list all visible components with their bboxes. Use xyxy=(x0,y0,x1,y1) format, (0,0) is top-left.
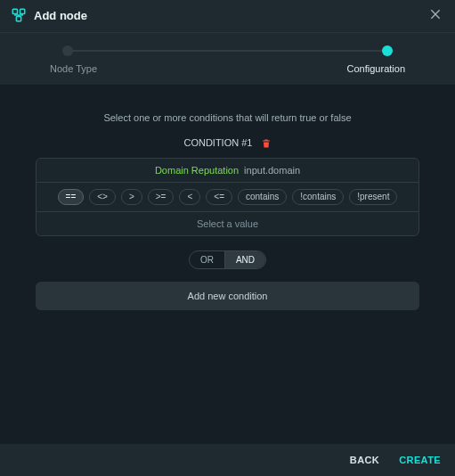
add-new-condition-label: Add new condition xyxy=(188,291,268,301)
close-icon[interactable] xyxy=(428,7,444,23)
step-label-node-type[interactable]: Node Type xyxy=(50,63,97,74)
operator-chip[interactable]: contains xyxy=(238,189,287,205)
joiner-and-button[interactable]: AND xyxy=(224,251,265,268)
condition-value-row[interactable]: Select a value xyxy=(37,212,418,235)
joiner-row: ORAND xyxy=(36,250,419,269)
stepper: Node Type Configuration xyxy=(0,33,455,86)
modal-title: Add node xyxy=(34,9,428,22)
modal-footer: BACK CREATE xyxy=(0,444,455,476)
svg-rect-2 xyxy=(16,17,20,21)
add-node-modal: Add node Node Type Configuration Select … xyxy=(0,0,455,476)
condition-action-name: Domain Reputation xyxy=(155,165,239,176)
condition-operators-row: ==<>>>=<<=contains!contains!present xyxy=(37,183,418,212)
svg-rect-0 xyxy=(12,9,17,13)
condition-card: Domain Reputation input.domain ==<>>>=<<… xyxy=(36,158,419,236)
workflow-node-icon xyxy=(11,7,27,23)
operator-chip[interactable]: == xyxy=(58,189,85,205)
operator-chip[interactable]: !present xyxy=(349,189,397,205)
condition-value-placeholder: Select a value xyxy=(197,218,258,229)
condition-label: CONDITION #1 xyxy=(183,137,252,148)
create-button[interactable]: CREATE xyxy=(399,455,441,465)
condition-field-row[interactable]: Domain Reputation input.domain xyxy=(37,159,418,183)
step-label-configuration[interactable]: Configuration xyxy=(347,63,405,74)
operator-chip[interactable]: >= xyxy=(148,189,175,205)
operator-chip[interactable]: !contains xyxy=(292,189,344,205)
modal-header: Add node xyxy=(0,0,455,33)
modal-body: Select one or more conditions that will … xyxy=(0,86,455,444)
condition-header: CONDITION #1 xyxy=(36,137,419,149)
step-dot-configuration[interactable] xyxy=(382,45,393,56)
operator-chip[interactable]: < xyxy=(179,189,200,205)
step-dot-node-type[interactable] xyxy=(62,45,73,56)
help-text: Select one or more conditions that will … xyxy=(36,112,419,123)
back-button[interactable]: BACK xyxy=(350,455,379,465)
joiner-or-button[interactable]: OR xyxy=(190,251,224,268)
condition-field-path: input.domain xyxy=(244,165,300,176)
operator-chip[interactable]: <> xyxy=(89,189,116,205)
stepper-track xyxy=(68,50,387,52)
svg-rect-1 xyxy=(20,9,25,13)
trash-icon[interactable] xyxy=(261,138,272,149)
operator-chip[interactable]: <= xyxy=(206,189,232,205)
operator-chip[interactable]: > xyxy=(121,189,142,205)
add-new-condition-button[interactable]: Add new condition xyxy=(36,282,419,310)
